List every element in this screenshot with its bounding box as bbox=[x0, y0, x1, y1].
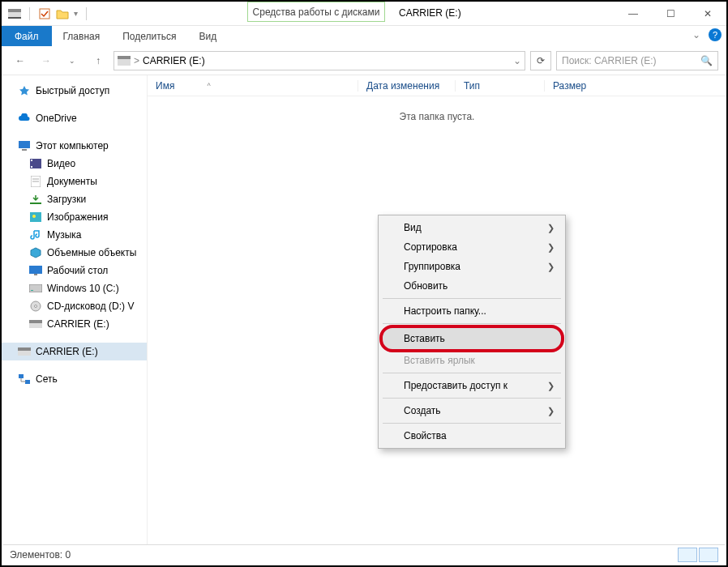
tree-this-pc[interactable]: Этот компьютер bbox=[2, 137, 147, 155]
cloud-icon bbox=[18, 112, 31, 125]
drive-icon bbox=[29, 318, 42, 330]
svg-rect-23 bbox=[29, 320, 42, 323]
tab-view[interactable]: Вид bbox=[187, 26, 228, 46]
submenu-arrow-icon: ❯ bbox=[547, 262, 555, 272]
tree-network[interactable]: Сеть bbox=[2, 370, 147, 388]
status-item-count: Элементов: 0 bbox=[10, 549, 71, 561]
refresh-button[interactable]: ⟳ bbox=[530, 51, 551, 70]
address-bar[interactable]: > CARRIER (E:) ⌄ bbox=[113, 51, 525, 70]
submenu-arrow-icon: ❯ bbox=[547, 242, 555, 253]
file-tab[interactable]: Файл bbox=[2, 26, 52, 46]
tree-videos[interactable]: Видео bbox=[2, 155, 147, 173]
context-menu: Вид❯ Сортировка❯ Группировка❯ Обновить Н… bbox=[378, 215, 566, 449]
cm-new[interactable]: Создать❯ bbox=[381, 401, 563, 420]
cm-separator bbox=[383, 323, 561, 324]
tree-desktop[interactable]: Рабочий стол bbox=[2, 262, 147, 279]
view-large-icons-button[interactable] bbox=[699, 548, 718, 562]
submenu-arrow-icon: ❯ bbox=[547, 223, 555, 233]
cm-group[interactable]: Группировка❯ bbox=[381, 257, 563, 276]
ribbon-tabs: Файл Главная Поделиться Вид ⌄ ? bbox=[2, 26, 726, 46]
tree-c-drive[interactable]: Windows 10 (C:) bbox=[2, 279, 147, 297]
cm-separator bbox=[383, 398, 561, 399]
app-icon bbox=[8, 7, 21, 20]
contextual-tab-group: Управление Средства работы с дисками bbox=[247, 0, 385, 22]
qat-dropdown-icon[interactable]: ▾ bbox=[74, 9, 78, 18]
cm-separator bbox=[383, 298, 561, 299]
column-type[interactable]: Тип bbox=[456, 80, 545, 92]
column-name[interactable]: Имя ^ bbox=[148, 80, 358, 92]
nav-forward-button[interactable]: → bbox=[36, 50, 57, 71]
cm-separator bbox=[383, 373, 561, 373]
cm-paste-shortcut: Вставить ярлык bbox=[381, 351, 563, 370]
svg-rect-20 bbox=[31, 290, 33, 291]
ribbon-expand-icon[interactable]: ⌄ bbox=[692, 29, 700, 40]
cm-paste[interactable]: Вставить bbox=[379, 325, 564, 352]
search-input[interactable]: Поиск: CARRIER (E:) 🔍 bbox=[556, 51, 718, 70]
close-button[interactable]: ✕ bbox=[689, 2, 726, 26]
search-placeholder: Поиск: CARRIER (E:) bbox=[562, 55, 657, 66]
svg-rect-25 bbox=[18, 347, 31, 351]
nav-up-button[interactable]: ↑ bbox=[88, 50, 109, 71]
svg-rect-19 bbox=[29, 284, 42, 292]
maximize-button[interactable]: ☐ bbox=[652, 2, 689, 26]
tree-e-drive[interactable]: CARRIER (E:) bbox=[2, 315, 147, 333]
svg-rect-5 bbox=[118, 59, 131, 66]
address-dropdown-icon[interactable]: ⌄ bbox=[513, 55, 521, 66]
star-icon bbox=[18, 84, 31, 97]
cm-sort[interactable]: Сортировка❯ bbox=[381, 237, 563, 257]
nav-recent-button[interactable]: ⌄ bbox=[62, 50, 83, 71]
document-icon bbox=[29, 175, 42, 188]
music-icon bbox=[29, 228, 42, 241]
tree-quick-access[interactable]: Быстрый доступ bbox=[2, 82, 147, 100]
tree-e-drive-root[interactable]: CARRIER (E:) bbox=[2, 343, 147, 360]
tree-downloads[interactable]: Загрузки bbox=[2, 190, 147, 208]
svg-rect-6 bbox=[19, 141, 30, 148]
pictures-icon bbox=[29, 211, 42, 224]
qat-properties-icon[interactable] bbox=[38, 7, 51, 20]
tab-share[interactable]: Поделиться bbox=[111, 26, 187, 46]
cm-give-access[interactable]: Предоставить доступ к❯ bbox=[381, 376, 563, 395]
svg-rect-18 bbox=[34, 274, 37, 275]
disc-icon bbox=[29, 300, 42, 313]
tree-onedrive[interactable]: OneDrive bbox=[2, 109, 147, 127]
column-size[interactable]: Размер bbox=[545, 80, 626, 92]
drive-icon bbox=[29, 282, 42, 295]
help-icon[interactable]: ? bbox=[709, 28, 722, 41]
column-headers: Имя ^ Дата изменения Тип Размер bbox=[148, 75, 726, 96]
sort-indicator-icon: ^ bbox=[207, 82, 210, 90]
tab-home[interactable]: Главная bbox=[52, 26, 112, 46]
drive-icon bbox=[118, 54, 131, 67]
column-date[interactable]: Дата изменения bbox=[358, 80, 456, 92]
submenu-arrow-icon: ❯ bbox=[547, 381, 555, 391]
drive-icon bbox=[18, 345, 31, 358]
svg-rect-24 bbox=[29, 323, 42, 328]
search-icon: 🔍 bbox=[700, 55, 713, 66]
svg-point-22 bbox=[35, 305, 37, 308]
content-pane[interactable]: Имя ^ Дата изменения Тип Размер Эта папк… bbox=[148, 75, 726, 545]
empty-folder-message: Эта папка пуста. bbox=[148, 111, 726, 122]
nav-back-button[interactable]: ← bbox=[10, 50, 31, 71]
cm-customize-folder[interactable]: Настроить папку... bbox=[381, 301, 563, 321]
tree-pictures[interactable]: Изображения bbox=[2, 208, 147, 226]
qat-newfolder-icon[interactable] bbox=[56, 7, 69, 20]
svg-rect-15 bbox=[30, 212, 41, 222]
cm-refresh[interactable]: Обновить bbox=[381, 276, 563, 296]
tree-music[interactable]: Музыка bbox=[2, 226, 147, 244]
cm-view[interactable]: Вид❯ bbox=[381, 218, 563, 237]
view-details-button[interactable] bbox=[678, 548, 697, 562]
tree-d-drive[interactable]: CD-дисковод (D:) V bbox=[2, 297, 147, 315]
window-title: CARRIER (E:) bbox=[399, 7, 461, 19]
svg-rect-26 bbox=[18, 351, 31, 356]
cube-icon bbox=[29, 246, 42, 259]
svg-rect-0 bbox=[8, 9, 21, 12]
context-tab-drive-tools[interactable]: Средства работы с дисками bbox=[247, 2, 385, 22]
tree-3d-objects[interactable]: Объемные объекты bbox=[2, 244, 147, 262]
svg-rect-27 bbox=[19, 374, 24, 378]
cm-properties[interactable]: Свойства bbox=[381, 426, 563, 446]
minimize-button[interactable]: — bbox=[615, 2, 652, 26]
breadcrumb-sep-icon[interactable]: > bbox=[134, 55, 139, 66]
svg-rect-3 bbox=[40, 9, 49, 19]
breadcrumb-path[interactable]: CARRIER (E:) bbox=[143, 55, 205, 66]
pc-icon bbox=[18, 139, 31, 152]
tree-documents[interactable]: Документы bbox=[2, 173, 147, 190]
